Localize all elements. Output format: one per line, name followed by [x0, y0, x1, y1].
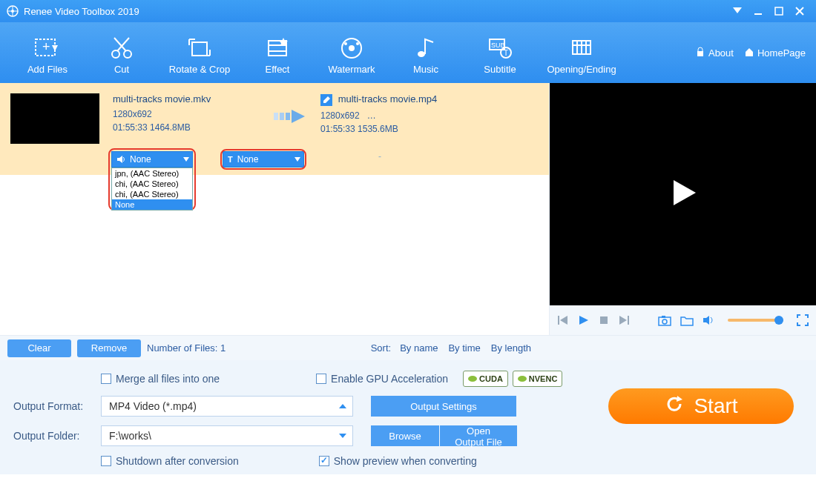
svg-rect-37 [286, 113, 290, 120]
sort-by-time[interactable]: By time [448, 342, 480, 354]
browse-button[interactable]: Browse [371, 425, 439, 446]
cut-icon [85, 31, 159, 64]
toolbar-watermark[interactable]: Watermark [315, 31, 389, 75]
output-settings-button[interactable]: Output Settings [371, 396, 516, 417]
volume-icon[interactable] [703, 314, 714, 326]
toolbar-effect[interactable]: Effect [240, 31, 315, 75]
source-resolution: 1280x692 [113, 107, 261, 121]
toolbar-label: Cut [85, 64, 159, 75]
play-icon[interactable] [578, 314, 590, 326]
clear-button[interactable]: Clear [7, 339, 71, 357]
svg-point-12 [112, 50, 119, 58]
about-label: About [708, 47, 734, 59]
subtitle-icon: SUBT [463, 31, 537, 64]
svg-marker-40 [674, 180, 696, 205]
settings-dropdown-icon[interactable] [727, 3, 748, 19]
sort-label: Sort: [371, 342, 391, 354]
homepage-link[interactable]: HomePage [744, 47, 806, 59]
svg-rect-6 [775, 7, 783, 15]
fullscreen-icon[interactable] [797, 314, 809, 326]
audio-option[interactable]: jpn, (AAC Stereo) [112, 168, 192, 179]
audio-track-combo[interactable]: None [111, 151, 193, 168]
convert-arrow-icon [261, 93, 320, 129]
lock-icon [695, 47, 705, 59]
stop-icon[interactable] [599, 315, 609, 325]
start-label: Start [694, 394, 737, 418]
start-button[interactable]: Start [608, 388, 794, 424]
svg-marker-45 [619, 316, 627, 325]
maximize-icon[interactable] [769, 3, 789, 19]
toolbar-cut[interactable]: Cut [85, 31, 159, 75]
list-actions-bar: Clear Remove Number of Files: 1 Sort: By… [0, 335, 816, 360]
toolbar-add-files[interactable]: + Add Files [10, 31, 85, 75]
svg-rect-49 [662, 316, 665, 318]
toolbar-music[interactable]: Music [389, 31, 463, 75]
svg-point-23 [356, 42, 359, 45]
output-folder-select[interactable]: F:\works\ [101, 425, 353, 446]
shutdown-checkbox[interactable] [101, 456, 111, 466]
gpu-label: Enable GPU Acceleration [331, 373, 448, 385]
close-icon[interactable] [789, 3, 810, 19]
svg-marker-50 [703, 316, 709, 325]
effect-icon [240, 31, 315, 64]
preview-controls [550, 305, 816, 335]
audio-option[interactable]: chi, (AAC Stereo) [112, 189, 192, 199]
about-link[interactable]: About [695, 47, 734, 59]
open-folder-icon[interactable] [680, 314, 694, 326]
toolbar-label: Effect [240, 64, 315, 75]
opening-ending-icon [537, 31, 626, 64]
file-count-label: Number of Files: 1 [147, 342, 226, 354]
subtitle-selected: None [237, 154, 259, 165]
app-logo-icon [6, 4, 19, 18]
svg-point-24 [418, 51, 425, 57]
toolbar-label: Opening/Ending [537, 64, 626, 75]
toolbar-subtitle[interactable]: SUBT Subtitle [463, 31, 537, 75]
toolbar-label: Subtitle [463, 64, 537, 75]
prev-track-icon[interactable] [557, 314, 569, 326]
subtitle-track-combo[interactable]: T None [223, 151, 304, 168]
next-track-icon[interactable] [618, 314, 630, 326]
snapshot-icon[interactable] [658, 314, 671, 326]
nvenc-badge: NVENC [513, 371, 563, 387]
edit-icon[interactable] [320, 94, 332, 106]
track-selectors-row: None jpn, (AAC Stereo) chi, (AAC Stereo)… [0, 151, 549, 175]
svg-rect-16 [192, 42, 207, 56]
sort-by-length[interactable]: By length [491, 342, 531, 354]
open-output-button[interactable]: Open Output File [440, 425, 517, 446]
source-stats: 01:55:33 1464.8MB [113, 121, 261, 134]
dest-file-info: multi-tracks movie.mp4 1280x692 … 01:55:… [320, 93, 469, 136]
minimize-icon[interactable] [748, 3, 769, 19]
preview-checkbox[interactable] [319, 456, 329, 466]
shutdown-label: Shutdown after conversion [116, 455, 239, 467]
svg-point-22 [344, 42, 347, 45]
file-row[interactable]: multi-tracks movie.mkv 1280x692 01:55:33… [0, 83, 549, 151]
merge-checkbox[interactable] [101, 374, 111, 384]
chevron-down-icon [183, 157, 189, 162]
file-list: multi-tracks movie.mkv 1280x692 01:55:33… [0, 83, 549, 335]
audio-option[interactable]: chi, (AAC Stereo) [112, 179, 192, 189]
sort-by-name[interactable]: By name [400, 342, 438, 354]
rotate-crop-icon [159, 31, 240, 64]
audio-track-dropdown[interactable]: jpn, (AAC Stereo) chi, (AAC Stereo) chi,… [111, 168, 193, 210]
svg-rect-41 [558, 316, 559, 325]
source-filename: multi-tracks movie.mkv [113, 93, 261, 105]
output-folder-value: F:\works\ [109, 430, 151, 442]
preview-panel [549, 83, 816, 335]
svg-line-15 [114, 38, 126, 51]
remove-button[interactable]: Remove [77, 339, 141, 357]
toolbar-rotate-crop[interactable]: Rotate & Crop [159, 31, 240, 75]
volume-thumb[interactable] [774, 316, 783, 325]
home-icon [744, 47, 754, 59]
svg-rect-34 [697, 51, 703, 56]
audio-track-wrap: None jpn, (AAC Stereo) chi, (AAC Stereo)… [111, 151, 193, 168]
audio-option[interactable]: None [112, 199, 192, 210]
preview-video[interactable] [550, 83, 816, 305]
play-overlay-icon[interactable] [668, 177, 699, 211]
output-format-select[interactable]: MP4 Video (*.mp4) [101, 396, 353, 417]
toolbar-opening-ending[interactable]: Opening/Ending [537, 31, 626, 75]
svg-text:+: + [42, 39, 50, 54]
gpu-checkbox[interactable] [316, 374, 326, 384]
svg-marker-38 [292, 110, 305, 123]
volume-slider[interactable] [728, 319, 783, 322]
main-area: multi-tracks movie.mkv 1280x692 01:55:33… [0, 83, 816, 335]
